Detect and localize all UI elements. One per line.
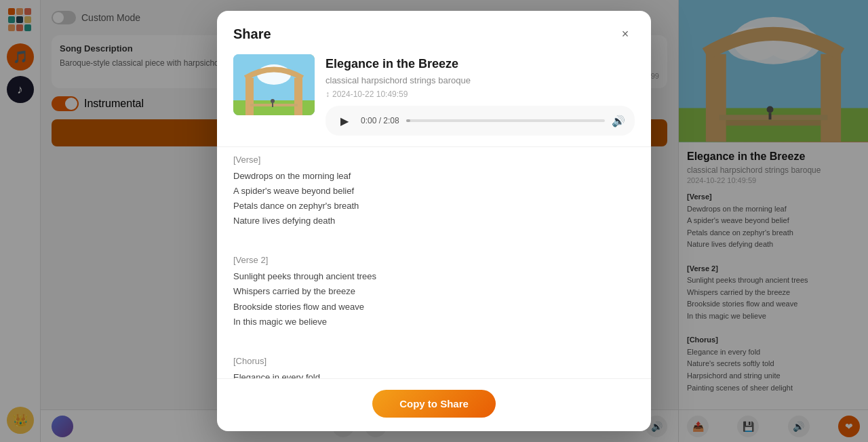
current-time: 0:00 / 2:08 [361, 116, 399, 125]
svg-rect-16 [250, 104, 298, 106]
verse2-line4: In this magic we believe [233, 315, 635, 329]
modal-overlay: Share × [0, 0, 868, 442]
chorus-line1: Elegance in every fold [233, 370, 635, 378]
song-name: Elegance in the Breeze [326, 57, 635, 71]
verse2-line3: Brookside stories flow and weave [233, 300, 635, 315]
modal-title: Share [233, 26, 271, 42]
verse2-line1: Sunlight peeks through ancient trees [233, 269, 635, 284]
verse1-line1: Dewdrops on the morning leaf [233, 169, 635, 184]
verse2-line2: Whispers carried by the breeze [233, 284, 635, 299]
modal-close-button[interactable]: × [616, 24, 635, 43]
share-modal: Share × [217, 11, 651, 431]
song-meta: Elegance in the Breeze classical harpsic… [326, 54, 635, 136]
svg-rect-14 [245, 78, 254, 115]
svg-rect-15 [294, 78, 302, 115]
progress-fill [406, 119, 410, 122]
song-date: ↕ 2024-10-22 10:49:59 [326, 89, 635, 99]
modal-song-info: Elegance in the Breeze classical harpsic… [217, 54, 651, 146]
verse1-label: [Verse] [233, 153, 635, 167]
song-tags: classical harpsichord strings baroque [326, 75, 635, 85]
song-thumbnail-image [233, 54, 315, 115]
svg-rect-18 [272, 103, 273, 107]
progress-bar[interactable] [406, 119, 605, 122]
verse1-line3: Petals dance on zephyr's breath [233, 199, 635, 214]
modal-header: Share × [217, 11, 651, 54]
verse1-line4: Nature lives defying death [233, 214, 635, 228]
thumbnail-svg [233, 54, 315, 115]
verse2-label: [Verse 2] [233, 253, 635, 268]
play-button[interactable]: ▶ [335, 111, 354, 130]
copy-to-share-button[interactable]: Copy to Share [372, 390, 496, 418]
date-icon: ↕ [326, 89, 330, 99]
song-thumbnail [233, 54, 315, 115]
lyrics-content: [Verse] Dewdrops on the morning leaf A s… [233, 153, 635, 378]
volume-button[interactable]: 🔊 [612, 115, 625, 127]
audio-player[interactable]: ▶ 0:00 / 2:08 🔊 [326, 106, 635, 136]
modal-lyrics: [Verse] Dewdrops on the morning leaf A s… [217, 146, 651, 378]
svg-point-17 [271, 99, 275, 103]
chorus-label: [Chorus] [233, 354, 635, 369]
verse1-line2: A spider's weave beyond belief [233, 184, 635, 199]
modal-footer: Copy to Share [217, 378, 651, 431]
